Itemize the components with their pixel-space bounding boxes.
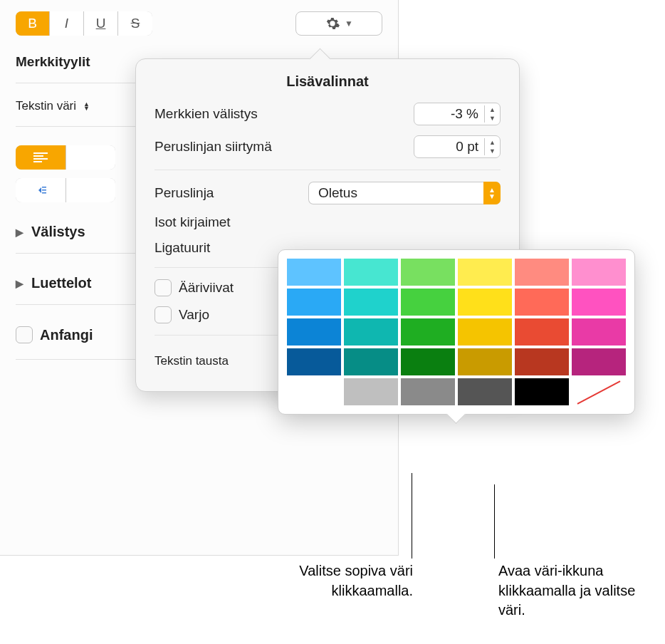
color-swatch[interactable] bbox=[458, 348, 512, 375]
color-swatch[interactable] bbox=[572, 259, 626, 286]
spacing-label: Välistys bbox=[31, 224, 85, 240]
indent-segment bbox=[16, 178, 115, 202]
color-swatch[interactable] bbox=[287, 289, 341, 316]
color-swatch[interactable] bbox=[572, 318, 626, 346]
chevron-down-icon: ▼ bbox=[345, 19, 353, 28]
color-swatch[interactable] bbox=[458, 259, 512, 286]
bold-button[interactable]: B bbox=[16, 11, 50, 36]
char-spacing-value: -3 % bbox=[414, 106, 484, 122]
select-arrows-icon: ▲▼ bbox=[483, 182, 501, 204]
svg-rect-1 bbox=[42, 189, 46, 191]
advanced-options-button[interactable]: ▼ bbox=[295, 11, 382, 36]
color-swatch[interactable] bbox=[401, 378, 455, 405]
callout-leader-line bbox=[412, 473, 412, 559]
shadow-checkbox[interactable] bbox=[155, 306, 172, 323]
color-swatch-grid bbox=[287, 259, 626, 405]
char-spacing-stepper[interactable]: -3 % ▲▼ bbox=[414, 103, 501, 125]
color-swatch[interactable] bbox=[287, 348, 341, 375]
text-background-label: Tekstin tausta bbox=[155, 354, 229, 368]
color-swatch[interactable] bbox=[458, 378, 512, 405]
callout-leader-line bbox=[494, 484, 495, 559]
outline-label: Ääriviivat bbox=[179, 280, 234, 296]
underline-button[interactable]: U bbox=[84, 11, 118, 36]
color-swatch[interactable] bbox=[344, 348, 398, 375]
alignment-segment bbox=[16, 145, 115, 170]
stepper-arrows-icon[interactable]: ▲▼ bbox=[484, 105, 500, 123]
outdent-icon bbox=[34, 185, 47, 195]
italic-button[interactable]: I bbox=[50, 11, 84, 36]
lists-label: Luettelot bbox=[31, 275, 91, 291]
baseline-value: Oletus bbox=[308, 185, 483, 201]
divider bbox=[155, 170, 501, 170]
color-swatch[interactable] bbox=[287, 378, 341, 405]
color-swatch[interactable] bbox=[572, 289, 626, 316]
indent-button[interactable] bbox=[66, 178, 116, 202]
color-swatch[interactable] bbox=[401, 318, 455, 346]
ligatures-label: Ligatuurit bbox=[155, 240, 210, 256]
callout-text-left: Valitse sopiva väri klikkaamalla. bbox=[228, 561, 413, 601]
shadow-label: Varjo bbox=[179, 307, 209, 323]
color-swatch[interactable] bbox=[515, 259, 569, 286]
stepper-arrows-icon[interactable]: ▲▼ bbox=[484, 138, 500, 155]
baseline-label: Peruslinja bbox=[155, 185, 214, 201]
baseline-shift-label: Peruslinjan siirtymä bbox=[155, 139, 272, 155]
chevron-right-icon: ▶ bbox=[16, 227, 26, 238]
baseline-select[interactable]: Oletus ▲▼ bbox=[308, 182, 501, 204]
color-swatch[interactable] bbox=[515, 318, 569, 346]
text-style-segment: B I U S bbox=[16, 11, 152, 36]
color-swatch[interactable] bbox=[344, 378, 398, 405]
strike-button[interactable]: S bbox=[118, 11, 152, 36]
char-spacing-label: Merkkien välistys bbox=[155, 106, 258, 122]
color-swatch[interactable] bbox=[458, 318, 512, 346]
color-swatch[interactable] bbox=[344, 289, 398, 316]
popover-title: Lisävalinnat bbox=[155, 73, 501, 90]
color-swatch[interactable] bbox=[401, 259, 455, 286]
dropcap-label: Anfangi bbox=[40, 327, 93, 343]
color-swatch[interactable] bbox=[287, 259, 341, 286]
color-swatch-popover bbox=[278, 249, 635, 415]
caps-label: Isot kirjaimet bbox=[155, 214, 231, 230]
color-swatch[interactable] bbox=[458, 289, 512, 316]
swatch-none[interactable] bbox=[572, 378, 626, 405]
chevron-right-icon: ▶ bbox=[16, 278, 26, 289]
text-color-label: Tekstin väri bbox=[16, 99, 76, 113]
callout-text-right: Avaa väri-ikkuna klikkaamalla ja valitse… bbox=[498, 561, 648, 620]
color-swatch[interactable] bbox=[515, 289, 569, 316]
dropcap-checkbox[interactable] bbox=[16, 326, 33, 343]
color-swatch[interactable] bbox=[515, 348, 569, 375]
color-swatch[interactable] bbox=[401, 348, 455, 375]
align-center-button[interactable] bbox=[66, 145, 116, 170]
color-swatch[interactable] bbox=[515, 378, 569, 405]
gear-icon bbox=[325, 16, 340, 31]
baseline-shift-stepper[interactable]: 0 pt ▲▼ bbox=[414, 135, 501, 158]
color-swatch[interactable] bbox=[344, 318, 398, 346]
text-color-dropdown[interactable]: ▲▼ bbox=[83, 102, 93, 110]
color-swatch[interactable] bbox=[572, 348, 626, 375]
svg-rect-2 bbox=[42, 192, 46, 194]
outdent-button[interactable] bbox=[16, 178, 66, 202]
align-left-button[interactable] bbox=[16, 145, 66, 170]
baseline-shift-value: 0 pt bbox=[414, 139, 484, 155]
outline-checkbox[interactable] bbox=[155, 279, 172, 296]
svg-rect-0 bbox=[42, 187, 46, 188]
color-swatch[interactable] bbox=[287, 318, 341, 346]
color-swatch[interactable] bbox=[401, 289, 455, 316]
color-swatch[interactable] bbox=[344, 259, 398, 286]
